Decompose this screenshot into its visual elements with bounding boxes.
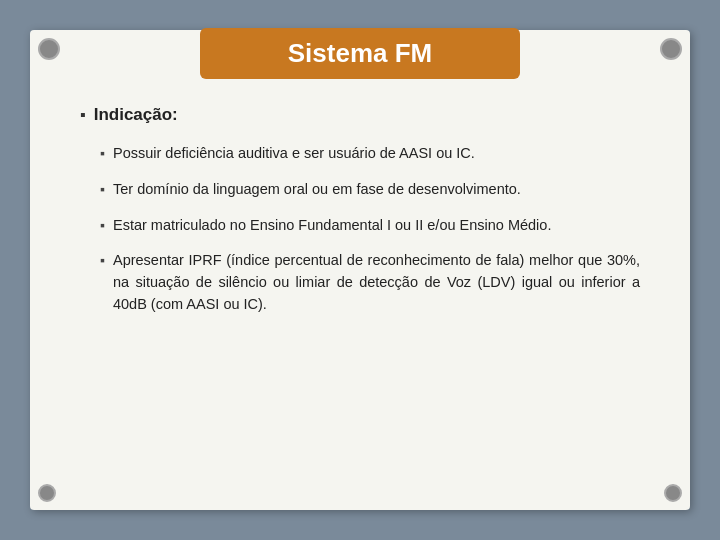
main-bullet-marker: ▪ [80, 106, 86, 124]
main-bullet: ▪ Indicação: [80, 105, 640, 125]
sub-bullet-text-1: Possuir deficiência auditiva e ser usuár… [113, 143, 475, 165]
sub-bullet-text-3: Estar matriculado no Ensino Fundamental … [113, 215, 551, 237]
sub-bullet-text-2: Ter domínio da linguagem oral ou em fase… [113, 179, 521, 201]
sub-bullet-1: ▪ Possuir deficiência auditiva e ser usu… [100, 143, 640, 165]
sub-bullet-marker-4: ▪ [100, 252, 105, 268]
content-area: ▪ Indicação: ▪ Possuir deficiência audit… [70, 105, 650, 316]
title-bar: Sistema FM [200, 28, 520, 79]
sub-bullet-marker-1: ▪ [100, 145, 105, 161]
sub-bullet-2: ▪ Ter domínio da linguagem oral ou em fa… [100, 179, 640, 201]
sub-bullet-text-4: Apresentar IPRF (índice percentual de re… [113, 250, 640, 315]
screw-bottom-left [38, 484, 56, 502]
sub-bullets-list: ▪ Possuir deficiência auditiva e ser usu… [100, 143, 640, 316]
sub-bullet-marker-3: ▪ [100, 217, 105, 233]
main-heading: Indicação: [94, 105, 178, 125]
sub-bullet-3: ▪ Estar matriculado no Ensino Fundamenta… [100, 215, 640, 237]
sub-bullet-marker-2: ▪ [100, 181, 105, 197]
sub-bullet-4: ▪ Apresentar IPRF (índice percentual de … [100, 250, 640, 315]
slide-title: Sistema FM [288, 38, 433, 68]
screw-bottom-right [664, 484, 682, 502]
slide-container: Sistema FM ▪ Indicação: ▪ Possuir defici… [30, 30, 690, 510]
